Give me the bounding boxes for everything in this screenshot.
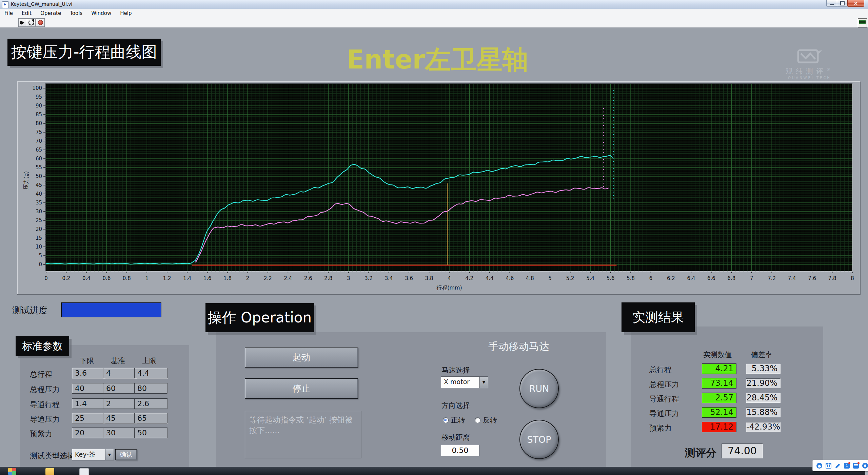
menu-file[interactable]: File [0, 10, 17, 16]
score-label: 测评分 [685, 446, 716, 460]
progress-fill [62, 303, 161, 317]
menu-help[interactable]: Help [116, 10, 136, 16]
svg-text:2.4: 2.4 [284, 275, 292, 281]
distance-input[interactable]: 0.50 [441, 445, 479, 456]
param-input[interactable]: 30 [103, 428, 136, 438]
param-input[interactable]: 65 [134, 413, 167, 423]
svg-text:2: 2 [246, 275, 250, 281]
param-input[interactable]: 25 [72, 413, 105, 423]
results-dev-header: 偏差率 [746, 350, 777, 359]
ime-toolbar[interactable]: 1 [812, 460, 868, 471]
svg-text:4.4: 4.4 [486, 275, 494, 281]
param-input[interactable]: 2.6 [134, 398, 167, 409]
result-deviation: 15.88% [746, 408, 781, 417]
param-input[interactable]: 4 [103, 368, 136, 378]
minimize-button[interactable] [826, 0, 837, 7]
start-button[interactable]: 起动 [245, 347, 358, 368]
calendar-icon[interactable]: 1 [844, 463, 850, 469]
result-deviation: 5.33% [746, 364, 781, 374]
param-input[interactable]: 20 [72, 428, 105, 438]
taskbar-app-icon[interactable] [8, 468, 16, 475]
test-type-label: 测试类型选择 [30, 451, 75, 461]
param-input[interactable]: 1.4 [72, 398, 105, 409]
param-row-label: 导通行程 [30, 400, 60, 410]
svg-text:6.6: 6.6 [707, 275, 715, 281]
svg-text:100: 100 [32, 85, 42, 91]
menu-bar: File Edit Operate Tools Window Help [0, 9, 868, 18]
result-value: 17.12 [702, 422, 736, 432]
param-input[interactable]: 2 [103, 398, 136, 409]
menu-window[interactable]: Window [87, 10, 116, 16]
svg-text:1.4: 1.4 [183, 275, 191, 281]
result-row-label: 总行程 [649, 365, 672, 375]
svg-text:30: 30 [36, 209, 42, 215]
param-input[interactable]: 40 [72, 383, 105, 394]
svg-text:0.4: 0.4 [82, 275, 91, 281]
result-row-label: 导通行程 [649, 394, 679, 404]
param-input[interactable]: 50 [134, 428, 167, 438]
menu-edit[interactable]: Edit [17, 10, 36, 16]
menu-operate[interactable]: Operate [36, 10, 65, 16]
notes-icon[interactable] [853, 463, 859, 469]
radio-forward-icon[interactable] [443, 417, 449, 423]
svg-text:75: 75 [36, 129, 42, 135]
chart-plot-area[interactable]: 00.20.40.60.811.21.41.61.822.22.42.62.83… [18, 82, 859, 293]
svg-text:40: 40 [36, 191, 42, 197]
chevron-down-icon[interactable]: ▼ [105, 449, 114, 460]
svg-text:0: 0 [39, 261, 42, 268]
confirm-button[interactable]: 确认 [115, 449, 137, 460]
pencil-icon[interactable] [835, 463, 841, 469]
force-stroke-chart[interactable]: 00.20.40.60.811.21.41.61.822.22.42.62.83… [17, 81, 861, 295]
taskbar-window-icon[interactable] [79, 468, 89, 475]
manual-motor-title: 手动移动马达 [448, 340, 590, 354]
standard-params-title-box: 标准参数 [16, 336, 69, 356]
windows-taskbar[interactable] [0, 467, 868, 475]
gear-icon[interactable] [862, 463, 868, 469]
param-input[interactable]: 60 [103, 383, 136, 394]
paw-icon[interactable] [816, 463, 822, 469]
svg-text:2.8: 2.8 [324, 275, 332, 281]
param-input[interactable]: 45 [103, 413, 136, 423]
run-continuous-button[interactable] [27, 18, 36, 27]
brand-logo: 观纬测评® QUANWEI TECH [778, 48, 841, 80]
results-value-header: 实测数值 [702, 350, 733, 359]
svg-text:0.2: 0.2 [62, 275, 71, 281]
run-button[interactable] [18, 18, 27, 27]
result-deviation: -42.93% [746, 422, 781, 432]
restore-button[interactable] [837, 0, 848, 7]
labview-app-icon [2, 1, 9, 8]
stop-button[interactable]: 停止 [245, 378, 358, 399]
svg-text:1.6: 1.6 [203, 275, 212, 281]
svg-text:20: 20 [36, 226, 42, 232]
close-button[interactable]: × [847, 0, 864, 7]
svg-text:7.4: 7.4 [788, 275, 796, 281]
test-type-dropdown[interactable]: Key-茶 ▼ [72, 449, 114, 460]
vi-icon [858, 18, 867, 27]
radio-reverse[interactable]: 反转 [475, 415, 497, 425]
svg-text:60: 60 [36, 156, 42, 162]
svg-text:8: 8 [851, 275, 854, 281]
abort-button[interactable] [36, 18, 45, 27]
radio-reverse-icon[interactable] [475, 417, 480, 423]
svg-text:3.4: 3.4 [385, 275, 393, 281]
direction-label: 方向选择 [441, 401, 470, 410]
menu-tools[interactable]: Tools [65, 10, 87, 16]
col-header-base: 基准 [103, 356, 133, 365]
svg-text:55: 55 [36, 164, 42, 171]
registered-mark: ® [826, 67, 833, 72]
param-input[interactable]: 3.6 [72, 368, 105, 378]
motor-run-button[interactable]: RUN [519, 369, 559, 408]
chevron-down-icon[interactable]: ▼ [479, 377, 488, 388]
folder-icon[interactable] [45, 468, 54, 475]
motor-stop-button[interactable]: STOP [519, 420, 559, 459]
motor-select-value: X motor [441, 377, 479, 388]
param-row-label: 总行程 [30, 369, 52, 379]
param-input[interactable]: 4.4 [134, 368, 167, 378]
param-input[interactable]: 80 [134, 383, 167, 394]
title-bar[interactable]: Keytest_GW_manual_UI.vi × [0, 0, 868, 9]
radio-forward[interactable]: 正转 [443, 415, 465, 425]
svg-text:0.8: 0.8 [123, 275, 131, 281]
svg-text:5.2: 5.2 [566, 275, 574, 281]
motor-select-dropdown[interactable]: X motor ▼ [441, 376, 488, 388]
chinese-mode-icon[interactable] [826, 463, 831, 469]
